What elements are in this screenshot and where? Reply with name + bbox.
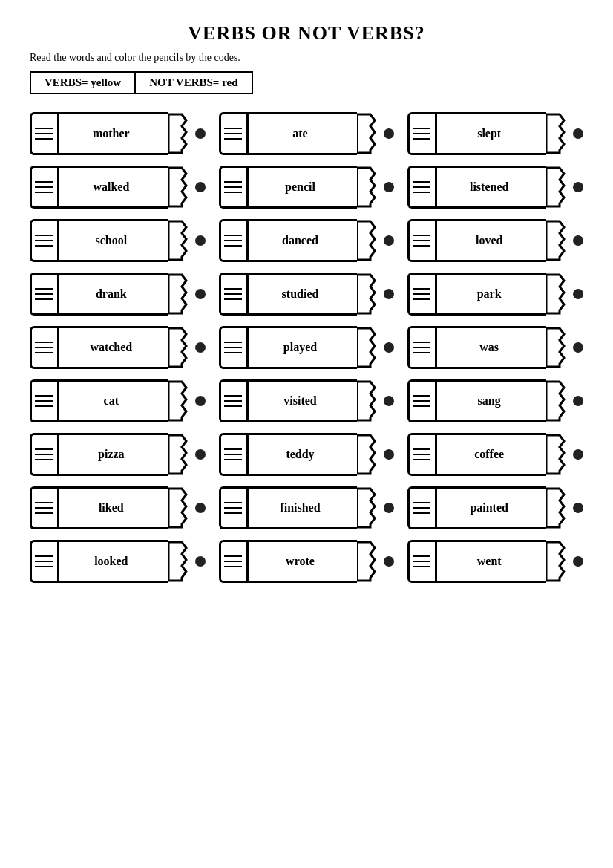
pencil-item: played	[219, 326, 395, 369]
pencil-tip-dot	[195, 128, 206, 139]
pencil-label: listened	[438, 180, 546, 194]
pencil-item: visited	[219, 379, 395, 422]
pencil-item: loved	[407, 219, 583, 262]
pencil-grid: motheratesleptwalkedpencillistenedschool…	[30, 112, 583, 583]
pencil-tip-dot	[384, 289, 394, 299]
pencil-item: watched	[30, 326, 206, 369]
pencil-tip-dot	[384, 182, 394, 192]
pencil-item: school	[30, 219, 206, 262]
pencil-label: teddy	[249, 448, 358, 461]
pencil-label: ate	[249, 127, 358, 140]
pencil-label: drank	[60, 287, 168, 301]
pencil-tip-dot	[384, 503, 394, 513]
pencil-label: park	[438, 287, 546, 301]
pencil-label: went	[438, 555, 546, 568]
pencil-label: sang	[438, 394, 546, 408]
pencil-item: went	[407, 540, 583, 583]
pencil-tip-dot	[384, 396, 394, 406]
legend-not-verbs: NOT VERBS= red	[136, 73, 251, 93]
pencil-tip-dot	[573, 182, 583, 192]
pencil-label: studied	[249, 287, 358, 301]
pencil-label: pizza	[60, 448, 168, 461]
page-title: VERBS OR NOT VERBS?	[30, 22, 583, 45]
pencil-tip-dot	[384, 556, 394, 567]
pencil-label: liked	[60, 501, 168, 515]
pencil-item: wrote	[219, 540, 395, 583]
legend-verbs: VERBS= yellow	[31, 73, 136, 93]
pencil-item: teddy	[219, 433, 395, 476]
pencil-label: danced	[249, 234, 358, 247]
pencil-label: pencil	[249, 180, 358, 194]
pencil-tip-dot	[195, 289, 206, 299]
instructions: Read the words and color the pencils by …	[30, 52, 583, 64]
pencil-item: mother	[30, 112, 206, 155]
pencil-tip-dot	[573, 289, 583, 299]
pencil-item: pizza	[30, 433, 206, 476]
pencil-item: drank	[30, 273, 206, 316]
pencil-tip-dot	[195, 503, 206, 513]
pencil-item: painted	[407, 486, 583, 529]
pencil-tip-dot	[573, 342, 583, 353]
pencil-label: visited	[249, 394, 358, 408]
legend: VERBS= yellow NOT VERBS= red	[30, 71, 253, 94]
pencil-tip-dot	[573, 556, 583, 567]
pencil-tip-dot	[195, 182, 206, 192]
pencil-item: slept	[407, 112, 583, 155]
pencil-tip-dot	[573, 449, 583, 460]
pencil-tip-dot	[384, 449, 394, 460]
pencil-item: danced	[219, 219, 395, 262]
pencil-tip-dot	[573, 396, 583, 406]
pencil-label: painted	[438, 501, 546, 515]
pencil-tip-dot	[195, 342, 206, 353]
pencil-label: played	[249, 341, 358, 354]
pencil-tip-dot	[195, 396, 206, 406]
pencil-tip-dot	[195, 235, 206, 246]
pencil-item: liked	[30, 486, 206, 529]
pencil-label: slept	[438, 127, 546, 140]
pencil-tip-dot	[573, 235, 583, 246]
pencil-item: listened	[407, 166, 583, 209]
pencil-tip-dot	[195, 556, 206, 567]
pencil-label: walked	[60, 180, 168, 194]
pencil-tip-dot	[195, 449, 206, 460]
pencil-label: watched	[60, 341, 168, 354]
pencil-item: ate	[219, 112, 395, 155]
pencil-label: finished	[249, 501, 358, 515]
pencil-item: was	[407, 326, 583, 369]
pencil-item: studied	[219, 273, 395, 316]
pencil-tip-dot	[573, 128, 583, 139]
pencil-label: looked	[60, 555, 168, 568]
pencil-label: was	[438, 341, 546, 354]
pencil-tip-dot	[384, 235, 394, 246]
pencil-tip-dot	[573, 503, 583, 513]
pencil-item: finished	[219, 486, 395, 529]
pencil-label: wrote	[249, 555, 358, 568]
pencil-tip-dot	[384, 342, 394, 353]
pencil-label: cat	[60, 394, 168, 408]
pencil-item: walked	[30, 166, 206, 209]
pencil-item: cat	[30, 379, 206, 422]
pencil-tip-dot	[384, 128, 394, 139]
pencil-item: sang	[407, 379, 583, 422]
pencil-label: school	[60, 234, 168, 247]
pencil-item: coffee	[407, 433, 583, 476]
pencil-item: looked	[30, 540, 206, 583]
pencil-item: pencil	[219, 166, 395, 209]
pencil-label: mother	[60, 127, 168, 140]
pencil-label: coffee	[438, 448, 546, 461]
pencil-item: park	[407, 273, 583, 316]
pencil-label: loved	[438, 234, 546, 247]
